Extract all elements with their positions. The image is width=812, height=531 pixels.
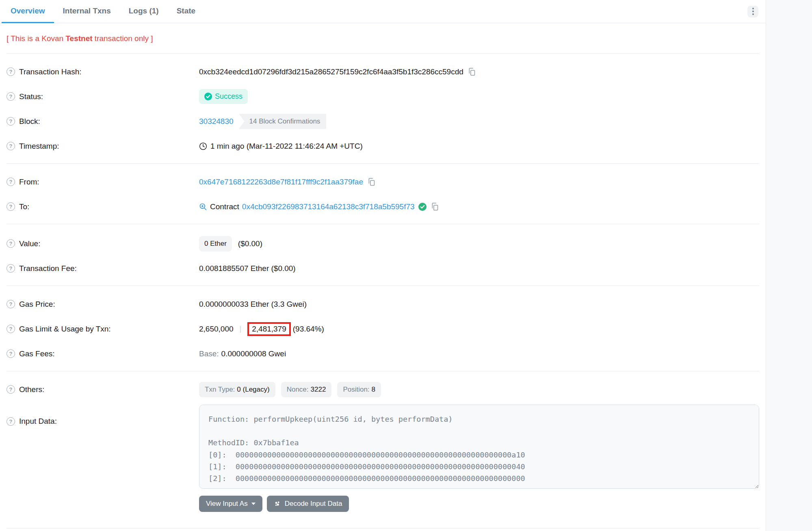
input-data-textarea[interactable]: Function: performUpkeep(uint256 id, byte… <box>199 405 759 489</box>
section-gas: ? Gas Price: 0.0000000033 Ether (3.3 Gwe… <box>0 286 766 371</box>
transaction-hash-value: 0xcb324eedcd1d07296fdf3d215a2865275f159c… <box>199 67 463 76</box>
copy-icon[interactable] <box>468 67 476 76</box>
transaction-fee-label: Transaction Fee: <box>19 264 77 273</box>
base-fee-value: 0.000000008 Gwei <box>221 349 286 358</box>
verified-check-icon <box>418 203 427 211</box>
help-icon[interactable]: ? <box>6 325 15 333</box>
position-badge: Position: 8 <box>337 382 381 397</box>
gas-used-percent: (93.64%) <box>293 325 324 334</box>
row-transaction-hash: ? Transaction Hash: 0xcb324eedcd1d07296f… <box>6 59 759 84</box>
help-icon[interactable]: ? <box>6 300 15 308</box>
to-label: To: <box>19 202 29 211</box>
gas-limit-label: Gas Limit & Usage by Txn: <box>19 325 111 334</box>
gas-fees-label: Gas Fees: <box>19 349 55 358</box>
testnet-notice: [ This is a Kovan Testnet transaction on… <box>0 23 766 53</box>
tab-logs[interactable]: Logs (1) <box>120 0 168 23</box>
gas-price-label: Gas Price: <box>19 300 55 309</box>
section-value: ? Value: 0 Ether ($0.00) ? Transaction F… <box>0 224 766 286</box>
help-icon[interactable]: ? <box>6 349 15 358</box>
status-label: Status: <box>19 92 43 101</box>
gas-used-value: 2,481,379 <box>252 325 286 333</box>
help-icon[interactable]: ? <box>6 117 15 126</box>
block-confirmations-badge: 14 Block Confirmations <box>239 114 327 129</box>
input-data-label: Input Data: <box>19 417 57 426</box>
nonce-badge: Nonce: 3222 <box>281 382 332 397</box>
status-badge: Success <box>199 89 248 104</box>
from-address-link[interactable]: 0x647e7168122263d8e7f81f17fff9c2f1aa379f… <box>199 178 363 186</box>
gas-limit-value: 2,650,000 <box>199 325 234 334</box>
clock-icon <box>199 142 207 150</box>
help-icon[interactable]: ? <box>6 67 15 76</box>
chevron-down-icon <box>251 503 256 505</box>
value-label: Value: <box>19 239 40 248</box>
tab-state[interactable]: State <box>168 0 204 23</box>
help-icon[interactable]: ? <box>6 142 15 150</box>
contract-prefix: Contract <box>210 202 239 211</box>
tab-internal-txns[interactable]: Internal Txns <box>54 0 120 23</box>
row-transaction-fee: ? Transaction Fee: 0.0081885507 Ether ($… <box>6 256 759 281</box>
kebab-menu-button[interactable] <box>747 6 758 17</box>
row-from: ? From: 0x647e7168122263d8e7f81f17fff9c2… <box>6 169 759 194</box>
section-addresses: ? From: 0x647e7168122263d8e7f81f17fff9c2… <box>0 164 766 224</box>
help-icon[interactable]: ? <box>6 202 15 211</box>
input-data-actions: View Input As Decode Input Data <box>199 496 759 512</box>
transaction-fee-value: 0.0081885507 Ether ($0.00) <box>199 264 296 273</box>
from-label: From: <box>19 178 39 186</box>
check-circle-icon <box>204 93 212 100</box>
decode-input-data-button[interactable]: Decode Input Data <box>267 496 349 512</box>
timestamp-value: 1 min ago (Mar-11-2022 11:46:24 AM +UTC) <box>210 142 363 151</box>
row-to: ? To: Contract 0x4cb093f226983713164a621… <box>6 194 759 219</box>
others-label: Others: <box>19 385 44 394</box>
tab-bar: Overview Internal Txns Logs (1) State <box>0 0 766 23</box>
transaction-hash-label: Transaction Hash: <box>19 67 81 76</box>
search-plus-icon[interactable] <box>199 203 207 211</box>
txn-type-badge: Txn Type: 0 (Legacy) <box>199 382 275 397</box>
section-summary: ? Transaction Hash: 0xcb324eedcd1d07296f… <box>0 54 766 163</box>
help-icon[interactable]: ? <box>6 417 15 426</box>
base-fee-label: Base: <box>199 349 219 358</box>
help-icon[interactable]: ? <box>6 92 15 101</box>
to-address-link[interactable]: 0x4cb093f226983713164a62138c3f718a5b595f… <box>242 202 415 211</box>
row-others: ? Others: Txn Type: 0 (Legacy) Nonce: 32… <box>6 377 759 402</box>
copy-icon[interactable] <box>367 178 376 186</box>
gas-price-value: 0.0000000033 Ether (3.3 Gwei) <box>199 300 307 309</box>
section-others-input: ? Others: Txn Type: 0 (Legacy) Nonce: 32… <box>0 371 766 517</box>
row-gas-price: ? Gas Price: 0.0000000033 Ether (3.3 Gwe… <box>6 292 759 316</box>
ether-value-badge: 0 Ether <box>199 236 232 251</box>
view-input-as-button[interactable]: View Input As <box>199 496 262 512</box>
value-usd: ($0.00) <box>238 239 262 248</box>
separator-bar: | <box>240 325 242 333</box>
row-timestamp: ? Timestamp: 1 min ago (Mar-11-2022 11:4… <box>6 134 759 158</box>
timestamp-label: Timestamp: <box>19 142 59 151</box>
row-gas-limit-usage: ? Gas Limit & Usage by Txn: 2,650,000 | … <box>6 316 759 341</box>
help-icon[interactable]: ? <box>6 178 15 186</box>
transaction-details-card: Overview Internal Txns Logs (1) State [ … <box>0 0 766 531</box>
help-icon[interactable]: ? <box>6 264 15 273</box>
annotation-red-box: 2,481,379 <box>247 322 291 336</box>
row-value: ? Value: 0 Ether ($0.00) <box>6 231 759 256</box>
row-input-data: ? Input Data: Function: performUpkeep(ui… <box>6 405 759 512</box>
kebab-icon <box>752 8 754 9</box>
copy-icon[interactable] <box>431 202 439 211</box>
row-gas-fees: ? Gas Fees: Base: 0.000000008 Gwei <box>6 341 759 366</box>
help-icon[interactable]: ? <box>6 385 15 394</box>
divider <box>6 528 759 529</box>
decode-icon <box>274 500 281 507</box>
block-label: Block: <box>19 117 40 126</box>
help-icon[interactable]: ? <box>6 239 15 248</box>
block-number-link[interactable]: 30324830 <box>199 117 234 126</box>
row-status: ? Status: Success <box>6 84 759 109</box>
tab-overview[interactable]: Overview <box>2 0 54 23</box>
row-block: ? Block: 30324830 14 Block Confirmations <box>6 109 759 134</box>
